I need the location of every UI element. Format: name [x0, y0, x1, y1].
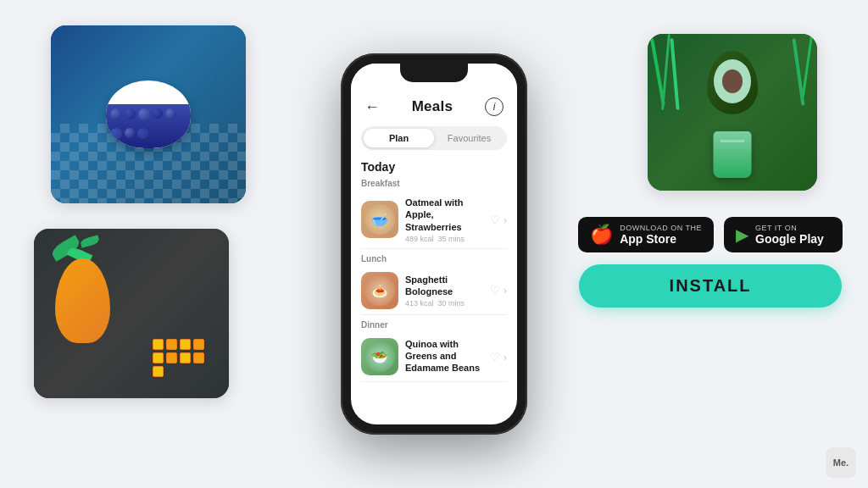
- meal-image-spaghetti: 🍝: [361, 272, 398, 309]
- meal-actions-spaghetti: ♡ ›: [490, 284, 507, 297]
- today-label: Today: [361, 160, 507, 174]
- tab-plan[interactable]: Plan: [364, 129, 434, 147]
- meal-meta-spaghetti: 413 kcal 30 mins: [405, 299, 490, 308]
- food-image-mango: [34, 229, 229, 398]
- heart-icon-spaghetti[interactable]: ♡: [490, 284, 500, 297]
- meal-meta-oatmeal: 489 kcal 35 mins: [405, 235, 490, 243]
- meal-info-spaghetti: Spaghetti Bolognese 413 kcal 30 mins: [405, 274, 490, 308]
- meal-name-spaghetti: Spaghetti Bolognese: [405, 274, 490, 298]
- dinner-label: Dinner: [361, 320, 507, 330]
- food-image-blueberries: [51, 25, 246, 203]
- right-cta-section: 🍎 Download on the App Store ▶ GET IT ON …: [578, 217, 843, 308]
- meal-name-oatmeal: Oatmeal with Apple, Strawberries: [405, 197, 490, 233]
- meal-item-oatmeal[interactable]: 🥣 Oatmeal with Apple, Strawberries 489 k…: [361, 191, 507, 249]
- tab-favourites[interactable]: Favourites: [434, 129, 504, 147]
- google-play-title: Google Play: [755, 232, 824, 246]
- meal-info-quinoa: Quinoa with Greens and Edamame Beans: [405, 338, 490, 376]
- apple-icon: 🍎: [590, 224, 613, 246]
- meal-list: Today Breakfast 🥣 Oatmeal with Apple, St…: [351, 157, 517, 382]
- google-play-subtitle: GET IT ON: [755, 224, 824, 232]
- meal-image-quinoa: 🥗: [361, 338, 398, 375]
- app-store-text: Download on the App Store: [620, 224, 702, 246]
- phone-screen: ← Meals i Plan Favourites Today Breakfas…: [351, 64, 517, 424]
- meal-info-oatmeal: Oatmeal with Apple, Strawberries 489 kca…: [405, 197, 490, 243]
- lunch-label: Lunch: [361, 254, 507, 263]
- phone-notch: [400, 64, 468, 82]
- chevron-icon-spaghetti[interactable]: ›: [504, 284, 507, 297]
- meal-item-spaghetti[interactable]: 🍝 Spaghetti Bolognese 413 kcal 30 mins ♡…: [361, 267, 507, 315]
- app-store-subtitle: Download on the: [620, 224, 702, 232]
- app-store-title: App Store: [620, 232, 702, 246]
- store-buttons-container: 🍎 Download on the App Store ▶ GET IT ON …: [578, 217, 843, 252]
- heart-icon-oatmeal[interactable]: ♡: [490, 214, 500, 226]
- chevron-icon-quinoa[interactable]: ›: [504, 351, 507, 363]
- meal-actions-oatmeal: ♡ ›: [490, 214, 507, 226]
- meal-item-quinoa[interactable]: 🥗 Quinoa with Greens and Edamame Beans ♡…: [361, 333, 507, 382]
- install-button[interactable]: INSTALL: [579, 264, 842, 308]
- phone-mockup: ← Meals i Plan Favourites Today Breakfas…: [341, 53, 527, 435]
- google-play-text: GET IT ON Google Play: [755, 224, 824, 246]
- google-play-icon: ▶: [736, 225, 748, 245]
- meal-actions-quinoa: ♡ ›: [490, 351, 507, 363]
- breakfast-label: Breakfast: [361, 179, 507, 188]
- app-title: Meals: [412, 98, 453, 115]
- food-image-avocado-greens: [648, 34, 817, 191]
- info-button[interactable]: i: [485, 97, 504, 116]
- watermark: Me.: [826, 447, 856, 478]
- meal-name-quinoa: Quinoa with Greens and Edamame Beans: [405, 338, 490, 374]
- back-button[interactable]: ←: [364, 98, 380, 116]
- heart-icon-quinoa[interactable]: ♡: [490, 351, 500, 363]
- chevron-icon-oatmeal[interactable]: ›: [504, 214, 507, 226]
- google-play-button[interactable]: ▶ GET IT ON Google Play: [724, 217, 843, 252]
- app-store-button[interactable]: 🍎 Download on the App Store: [578, 217, 714, 252]
- tab-switcher: Plan Favourites: [361, 126, 507, 150]
- meal-image-oatmeal: 🥣: [361, 201, 398, 238]
